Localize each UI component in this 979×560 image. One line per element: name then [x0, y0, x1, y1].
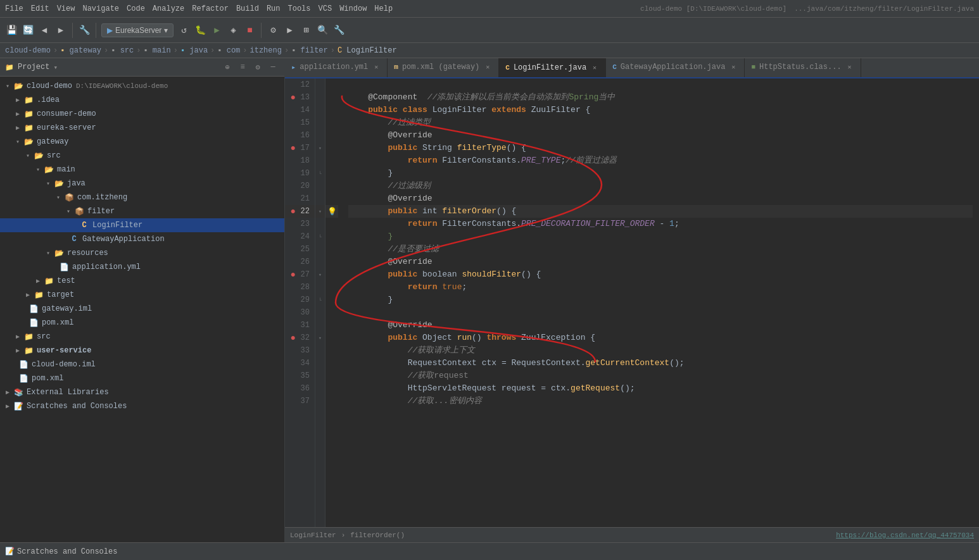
- status-url[interactable]: https://blog.csdn.net/qq_44757034: [836, 532, 974, 539]
- run-icon[interactable]: ▶: [283, 24, 296, 37]
- debug-icon[interactable]: 🐛: [194, 24, 206, 37]
- tree-item-src[interactable]: ▾ 📂 src: [0, 149, 284, 163]
- back-icon[interactable]: ◀: [38, 24, 51, 37]
- tree-item-consumer-demo[interactable]: ▶ 📁 consumer-demo: [0, 107, 284, 121]
- devices-icon[interactable]: ⊞: [300, 24, 312, 37]
- collapse-all-btn[interactable]: ≡: [236, 61, 249, 73]
- tree-item-cloud-demo[interactable]: ▾ 📂 cloud-demo D:\IDEAWORK\cloud-demo: [0, 79, 284, 93]
- menu-edit[interactable]: Edit: [31, 4, 49, 13]
- tab-login-filter[interactable]: C LoginFilter.java ✕: [499, 58, 606, 77]
- breadcrumb-com[interactable]: ▪ com: [217, 46, 240, 55]
- save-icon[interactable]: 💾: [5, 24, 18, 37]
- tree-item-target[interactable]: ▶ 📁 target: [0, 288, 284, 302]
- toolbar-separator-2: [96, 23, 96, 38]
- code-content[interactable]: @Component //添加该注解以后当前类会自动添加到 Spring 当中 …: [338, 78, 979, 527]
- tools-icon[interactable]: 🔧: [78, 24, 91, 37]
- menu-vcs[interactable]: VCS: [319, 4, 332, 13]
- breadcrumb-cloud-demo[interactable]: cloud-demo: [5, 46, 51, 55]
- wrench-icon[interactable]: 🔧: [332, 24, 345, 37]
- tab-class-icon: ■: [751, 63, 755, 71]
- profile-icon[interactable]: ◈: [227, 24, 239, 37]
- tab-close-gateway-application[interactable]: ✕: [729, 63, 738, 72]
- tree-item-gateway-iml[interactable]: 📄 gateway.iml: [0, 302, 284, 316]
- tree-label-filter: filter: [87, 207, 115, 216]
- tree-item-login-filter[interactable]: C LoginFilter: [0, 218, 284, 232]
- menu-run[interactable]: Run: [267, 4, 281, 13]
- menu-navigate[interactable]: Navigate: [82, 4, 119, 13]
- breadcrumb-java[interactable]: ▪ java: [180, 46, 208, 55]
- tree-item-test[interactable]: ▶ 📁 test: [0, 274, 284, 288]
- menu-view[interactable]: View: [57, 4, 75, 13]
- fold-icon-17[interactable]: ▾: [319, 145, 322, 152]
- fold-icon-32[interactable]: ▾: [319, 335, 322, 342]
- warn-row-36: [325, 382, 338, 395]
- tree-item-pom-gateway[interactable]: 📄 pom.xml: [0, 316, 284, 330]
- bottom-panel-label[interactable]: Scratches and Consoles: [17, 547, 117, 556]
- breadcrumb-loginfilter[interactable]: C LoginFilter: [338, 46, 397, 55]
- tab-close-login-filter[interactable]: ✕: [590, 63, 599, 72]
- fold-icon-27[interactable]: ▾: [319, 271, 322, 278]
- hide-panel-btn[interactable]: —: [267, 61, 279, 73]
- tab-http-status[interactable]: ■ HttpStatus.clas... ✕: [745, 58, 861, 77]
- breakpoint-icon-27[interactable]: ●: [288, 270, 298, 280]
- menu-code[interactable]: Code: [127, 4, 145, 13]
- tab-close-application-yml[interactable]: ✕: [372, 63, 381, 72]
- tree-item-application-yml[interactable]: 📄 application.yml: [0, 260, 284, 274]
- locate-file-btn[interactable]: ⊕: [221, 61, 234, 73]
- breadcrumb-src[interactable]: ▪ src: [111, 46, 134, 55]
- tree-item-cloud-demo-iml[interactable]: 📄 cloud-demo.iml: [0, 358, 284, 371]
- tree-item-resources[interactable]: ▾ 📂 resources: [0, 246, 284, 260]
- reload-icon[interactable]: ↺: [177, 24, 190, 37]
- tree-item-src-root[interactable]: ▶ 📁 src: [0, 330, 284, 344]
- tab-close-http-status[interactable]: ✕: [845, 63, 854, 72]
- lightbulb-icon-22[interactable]: 💡: [327, 207, 337, 216]
- warn-row-23: [325, 218, 338, 230]
- tree-item-scratches[interactable]: ▶ 📝 Scratches and Consoles: [0, 399, 284, 413]
- tree-item-user-service[interactable]: ▶ 📁 user-service: [0, 344, 284, 358]
- code-editor[interactable]: 12 ● 13 14 15: [285, 78, 979, 527]
- breakpoint-icon-22[interactable]: ●: [288, 206, 298, 216]
- warn-row-12: [325, 78, 338, 91]
- tree-item-java[interactable]: ▾ 📂 java: [0, 177, 284, 190]
- menu-file[interactable]: File: [5, 4, 23, 13]
- tab-application-yml[interactable]: ▸ application.yml ✕: [285, 58, 388, 77]
- tree-item-external-libs[interactable]: ▶ 📚 External Libraries: [0, 385, 284, 399]
- tree-label-resources: resources: [67, 249, 108, 258]
- tab-pom-gateway[interactable]: m pom.xml (gateway) ✕: [388, 58, 499, 77]
- tree-item-main[interactable]: ▾ 📂 main: [0, 163, 284, 177]
- tree-item-eureka-server[interactable]: ▶ 📁 eureka-server: [0, 121, 284, 135]
- menu-window[interactable]: Window: [339, 4, 367, 13]
- build-icon[interactable]: ⚙: [267, 24, 279, 37]
- breakpoint-icon-32[interactable]: ●: [288, 333, 298, 343]
- breadcrumb-itzheng[interactable]: itzheng: [250, 46, 282, 55]
- tree-item-gateway[interactable]: ▾ 📂 gateway: [0, 135, 284, 149]
- breakpoint-icon-13[interactable]: ●: [288, 92, 298, 103]
- tree-item-filter[interactable]: ▾ 📦 filter: [0, 204, 284, 218]
- breadcrumb-filter[interactable]: ▪ filter: [291, 46, 328, 55]
- tab-gateway-application[interactable]: C GatewayApplication.java ✕: [606, 58, 745, 77]
- run-config-dropdown[interactable]: ▶ EurekaServer ▾: [101, 23, 174, 37]
- fold-icon-22[interactable]: ▾: [319, 208, 322, 215]
- menu-analyze[interactable]: Analyze: [153, 4, 184, 13]
- search-icon[interactable]: 🔍: [316, 24, 329, 37]
- coverage-icon[interactable]: ▶: [210, 24, 223, 37]
- breadcrumb-main[interactable]: ▪ main: [143, 46, 170, 55]
- menu-help[interactable]: Help: [374, 4, 393, 13]
- menu-build[interactable]: Build: [236, 4, 259, 13]
- stop-icon[interactable]: ■: [243, 24, 256, 37]
- tree-item-idea[interactable]: ▶ 📁 .idea: [0, 93, 284, 107]
- line-num-23: 23: [285, 218, 315, 230]
- tree-item-pom-root[interactable]: 📄 pom.xml: [0, 371, 284, 385]
- menu-tools[interactable]: Tools: [288, 4, 311, 13]
- breadcrumb-gateway[interactable]: ▪ gateway: [60, 46, 101, 55]
- line-num-30: 30: [285, 306, 315, 319]
- sync-icon[interactable]: 🔄: [22, 24, 34, 37]
- tree-item-com-itzheng[interactable]: ▾ 📦 com.itzheng: [0, 190, 284, 204]
- tree-item-gateway-application[interactable]: C GatewayApplication: [0, 232, 284, 246]
- line-num-31: 31: [285, 319, 315, 332]
- tab-close-pom-gateway[interactable]: ✕: [483, 63, 492, 72]
- forward-icon[interactable]: ▶: [54, 24, 67, 37]
- breakpoint-icon-17[interactable]: ●: [288, 143, 298, 153]
- menu-refactor[interactable]: Refactor: [192, 4, 229, 13]
- settings-btn[interactable]: ⚙: [251, 61, 264, 73]
